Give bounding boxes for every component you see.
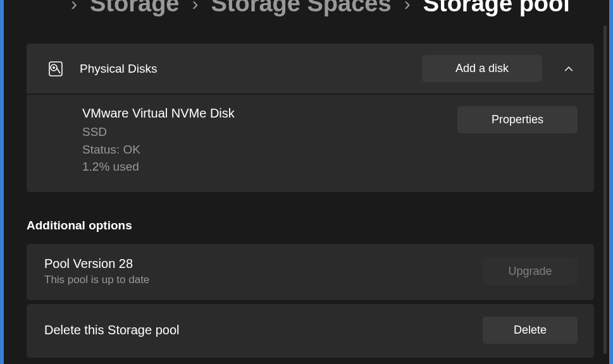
disk-row: VMware Virtual NVMe Disk SSD Status: OK … <box>27 94 594 192</box>
svg-line-3 <box>57 68 60 73</box>
pool-version-title: Pool Version 28 <box>44 257 483 271</box>
disk-name: VMware Virtual NVMe Disk <box>82 106 457 121</box>
properties-button[interactable]: Properties <box>457 106 578 133</box>
add-disk-button[interactable]: Add a disk <box>422 55 542 82</box>
breadcrumb-storage-spaces[interactable]: Storage Spaces <box>211 0 391 17</box>
pool-version-card: Pool Version 28 This pool is up to date … <box>27 244 594 300</box>
physical-disks-title: Physical Disks <box>80 62 422 76</box>
chevron-right-icon: › <box>71 0 77 15</box>
chevron-up-icon[interactable] <box>560 63 578 75</box>
chevron-right-icon: › <box>404 0 411 15</box>
disk-icon <box>47 59 65 78</box>
delete-pool-title: Delete this Storage pool <box>44 323 483 337</box>
upgrade-button: Upgrade <box>483 258 578 285</box>
svg-point-2 <box>53 66 54 68</box>
breadcrumb: › Storage › Storage Spaces › Storage poo… <box>71 0 594 17</box>
additional-options-title: Additional options <box>27 219 594 233</box>
delete-button[interactable]: Delete <box>483 317 578 344</box>
delete-pool-card: Delete this Storage pool Delete <box>27 304 594 358</box>
disk-status: Status: OK <box>82 141 457 159</box>
pool-version-subtitle: This pool is up to date <box>44 274 483 286</box>
physical-disks-header[interactable]: Physical Disks Add a disk <box>27 44 594 94</box>
disk-info: VMware Virtual NVMe Disk SSD Status: OK … <box>82 106 457 176</box>
chevron-right-icon: › <box>192 0 198 15</box>
scrollbar[interactable] <box>604 25 607 354</box>
breadcrumb-storage[interactable]: Storage <box>90 0 179 17</box>
disk-usage: 1.2% used <box>82 158 457 176</box>
disk-type: SSD <box>82 123 457 141</box>
physical-disks-card: Physical Disks Add a disk VMware Virtual… <box>27 44 594 192</box>
breadcrumb-current: Storage pool <box>423 0 570 17</box>
